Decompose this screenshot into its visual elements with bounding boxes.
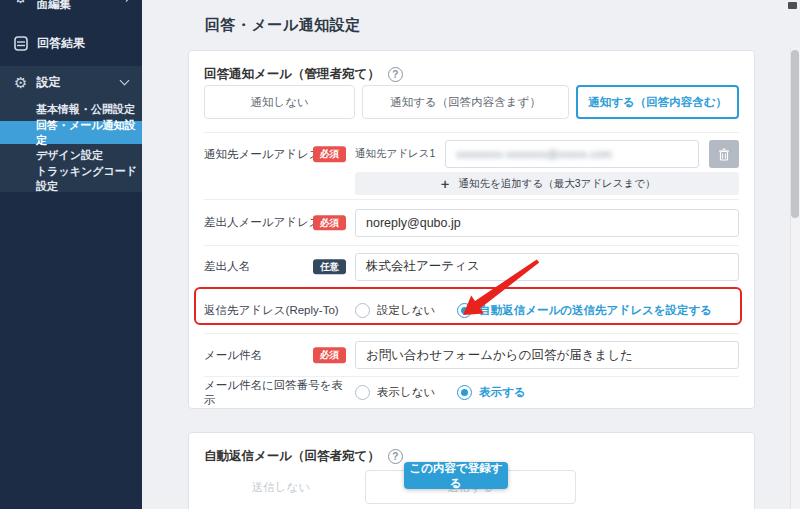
scrollbar-thumb[interactable] — [791, 50, 799, 218]
field-label: 差出人名 — [204, 259, 250, 274]
field-label: 差出人メールアドレス — [204, 215, 321, 230]
sidebar-item-results[interactable]: 回答結果 — [0, 26, 142, 60]
add-recipient-label: 通知先を追加する（最大3アドレスまで） — [458, 177, 655, 191]
sidebar-settings-group: ⚙ 設定 基本情報・公開設定 回答・メール通知設定 デザイン設定 トラッキングコ… — [0, 66, 142, 192]
register-button[interactable]: この内容で登録する — [404, 462, 508, 489]
sidebar-item-confirm-edit[interactable]: ⚙ 確認・完了画面編集 — [0, 0, 142, 13]
sidebar-item-label: 確認・完了画面編集 — [36, 0, 113, 12]
scrollbar-track[interactable] — [790, 48, 800, 509]
recipient-address-input[interactable]: xxxxxxxx-xxxxxxx@xxxxx.com — [445, 140, 699, 168]
radio-label: 表示しない — [377, 385, 435, 400]
show-number-row: メール件名に回答番号を表示 表示しない 表示する — [204, 376, 739, 408]
sender-name-row: 差出人名 任意 株式会社アーティス — [204, 245, 739, 287]
notify-option-with-content[interactable]: 通知する（回答内容含む） — [576, 85, 739, 119]
sidebar-item-mail-notification-settings[interactable]: 回答・メール通知設定 — [0, 121, 142, 144]
radio-label: 表示する — [479, 385, 526, 400]
corner-icon — [788, 2, 797, 9]
required-badge: 必須 — [313, 215, 346, 231]
sidebar-item-label: 回答結果 — [37, 35, 85, 52]
sidebar-subitem-label: 基本情報・公開設定 — [36, 102, 135, 117]
gear-icon: ⚙ — [14, 75, 27, 90]
subject-input[interactable]: お問い合わせフォームからの回答が届きました — [355, 341, 739, 369]
notify-option-group: 通知しない 通知する（回答内容含まず） 通知する（回答内容含む） — [204, 85, 739, 119]
help-icon[interactable]: ? — [388, 67, 403, 82]
show-number-radio-group: 表示しない 表示する — [355, 385, 739, 400]
database-icon — [14, 36, 28, 51]
sidebar-subitem-label: デザイン設定 — [36, 148, 103, 163]
sidebar-item-settings[interactable]: ⚙ 設定 — [0, 66, 142, 98]
admin-mail-card: 回答通知メール（管理者宛て） ? 通知しない 通知する（回答内容含まず） 通知す… — [188, 50, 755, 409]
gear-icon: ⚙ — [14, 0, 27, 5]
subject-row: メール件名 必須 お問い合わせフォームからの回答が届きました — [204, 333, 739, 376]
radio-icon — [457, 303, 472, 318]
auto-reply-option-none[interactable]: 送信しない — [204, 470, 358, 504]
required-badge: 必須 — [313, 146, 346, 162]
sidebar-subitem-label: トラッキングコード設定 — [36, 164, 142, 194]
app-window: ⚙ 確認・完了画面編集 回答結果 ⚙ 設定 基本情報・公開設定 — [0, 0, 800, 509]
reply-to-radio-group: 設定しない 自動返信メールの送信先アドレスを設定する — [355, 303, 739, 318]
reply-to-option-auto[interactable]: 自動返信メールの送信先アドレスを設定する — [457, 303, 712, 318]
help-icon[interactable]: ? — [388, 449, 403, 464]
required-badge: 必須 — [313, 347, 346, 363]
sidebar-item-label: 設定 — [36, 74, 60, 91]
field-label: 通知先メールアドレス — [204, 147, 321, 162]
trash-icon — [718, 148, 730, 161]
main-content: 回答・メール通知設定 回答通知メール（管理者宛て） ? 通知しない 通知する（回… — [142, 0, 800, 509]
radio-label: 自動返信メールの送信先アドレスを設定する — [479, 303, 712, 318]
form-rows: 通知先メールアドレス 必須 通知先アドレス1 xxxxxxxx-xxxxxxx@… — [204, 132, 739, 408]
chevron-down-icon — [120, 76, 130, 86]
delete-address-button[interactable] — [709, 140, 739, 168]
address1-label: 通知先アドレス1 — [355, 147, 435, 161]
add-recipient-button[interactable]: ＋ 通知先を追加する（最大3アドレスまで） — [355, 172, 739, 195]
sidebar: ⚙ 確認・完了画面編集 回答結果 ⚙ 設定 基本情報・公開設定 — [0, 0, 142, 509]
radio-icon — [355, 303, 370, 318]
optional-badge: 任意 — [313, 259, 346, 275]
radio-icon — [355, 385, 370, 400]
notify-option-none[interactable]: 通知しない — [204, 85, 355, 119]
field-label: 返信先アドレス(Reply-To) — [204, 303, 339, 318]
recipient-address-row: 通知先メールアドレス 必須 通知先アドレス1 xxxxxxxx-xxxxxxx@… — [204, 132, 739, 199]
show-number-option-show[interactable]: 表示する — [457, 385, 526, 400]
field-label: メール件名 — [204, 348, 262, 363]
notify-option-without-content[interactable]: 通知する（回答内容含まず） — [362, 85, 569, 119]
field-label: メール件名に回答番号を表示 — [204, 378, 348, 408]
sidebar-item-tracking-code-settings[interactable]: トラッキングコード設定 — [0, 167, 142, 190]
sender-email-input[interactable]: noreply@qubo.jp — [355, 209, 739, 237]
sender-email-row: 差出人メールアドレス 必須 noreply@qubo.jp — [204, 199, 739, 245]
radio-icon — [457, 385, 472, 400]
show-number-option-hide[interactable]: 表示しない — [355, 385, 435, 400]
section-title: 回答通知メール（管理者宛て） — [204, 66, 380, 83]
chevron-right-icon — [121, 0, 130, 1]
reply-to-option-none[interactable]: 設定しない — [355, 303, 435, 318]
reply-to-row: 返信先アドレス(Reply-To) 設定しない 自動返信メールの送信先アドレスを… — [204, 287, 739, 333]
sidebar-subitem-label: 回答・メール通知設定 — [36, 118, 142, 148]
sender-name-input[interactable]: 株式会社アーティス — [355, 253, 739, 281]
radio-label: 設定しない — [377, 303, 435, 318]
plus-icon: ＋ — [438, 175, 451, 193]
section-title: 自動返信メール（回答者宛て） — [204, 448, 380, 465]
page-title: 回答・メール通知設定 — [205, 16, 361, 35]
blurred-email-value: xxxxxxxx-xxxxxxx@xxxxx.com — [456, 148, 611, 160]
